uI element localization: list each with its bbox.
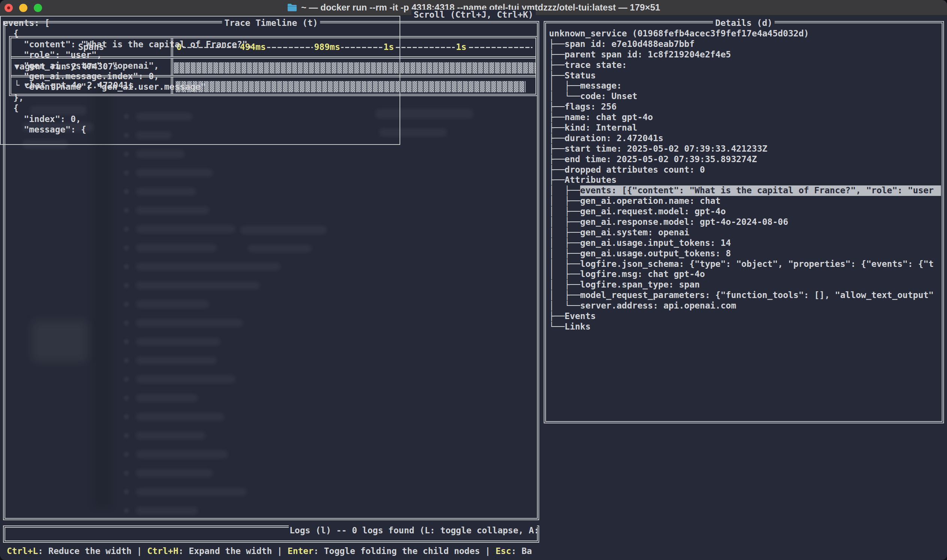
close-button[interactable] xyxy=(5,4,13,12)
minimize-button[interactable] xyxy=(19,4,28,12)
json-line: }, xyxy=(3,93,945,103)
json-line: "message": { xyxy=(3,125,945,135)
scroll-json-body: events: [ { "content": "What is the capi… xyxy=(3,18,945,559)
json-line: "event.name": "gen_ai.user.message" xyxy=(3,82,945,92)
json-line: "index": 0, xyxy=(3,114,945,125)
terminal-content: Trace Timeline (t) Spans 0494ms989ms1s1s… xyxy=(0,16,947,560)
json-line: "role": "user", xyxy=(3,50,945,60)
json-line: { xyxy=(3,29,945,39)
json-line: "gen_ai.system": "openai", xyxy=(3,61,945,71)
traffic-lights xyxy=(5,4,42,12)
terminal-window: ~ — docker run --rm -it -p 4318:4318 --n… xyxy=(0,0,947,560)
zoom-button[interactable] xyxy=(34,4,42,12)
json-line: "gen_ai.message.index": 0, xyxy=(3,71,945,82)
folder-icon xyxy=(287,3,297,12)
scroll-panel[interactable]: Scroll (Ctrl+J, Ctrl+K) events: [ { "con… xyxy=(0,16,400,145)
json-line: { xyxy=(3,103,945,114)
json-line: "content": "What is the capital of Franc… xyxy=(3,39,945,50)
json-line: events: [ xyxy=(3,18,945,29)
